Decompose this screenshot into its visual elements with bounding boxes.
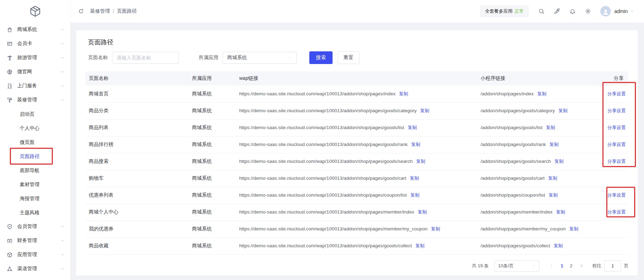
avatar[interactable] [600, 6, 611, 17]
pagination: 共 19 条 10条/页 12 前往 页 [85, 260, 628, 272]
app-select[interactable]: 商城系统 [223, 52, 297, 64]
share-settings-link[interactable]: 分享设置 [607, 192, 626, 198]
share-settings-link[interactable]: 分享设置 [607, 91, 626, 96]
miniapp-path: /addon/shop/pages/goods/rank [481, 142, 546, 147]
share-settings-link[interactable]: 分享设置 [607, 142, 626, 147]
bell-icon[interactable] [569, 8, 576, 14]
cell-page-name: 商品搜索 [85, 153, 188, 170]
sidebar: 商城系统会员卡旅游管理微官网上门服务装修管理启动页个人中心微页面页面路径底部导航… [0, 0, 70, 280]
page-number[interactable]: 2 [566, 263, 576, 268]
copy-link[interactable]: 复制 [555, 159, 564, 164]
cell-wap-link: https://demo-saas.site.niucloud.com/wap/… [236, 204, 477, 221]
copy-link[interactable]: 复制 [410, 192, 420, 198]
sidebar-subitem[interactable]: 海报管理 [0, 191, 70, 205]
miniapp-path: /addon/shop/pages/member/index [481, 209, 552, 215]
sidebar-item[interactable]: 会员卡 [0, 37, 70, 51]
wap-url: https://demo-saas.site.niucloud.com/wap/… [239, 159, 413, 164]
copy-link[interactable]: 复制 [548, 176, 557, 181]
reset-button[interactable]: 重置 [338, 51, 359, 64]
search-button[interactable]: 搜索 [309, 51, 333, 64]
chevron-down-icon [60, 267, 64, 271]
share-settings-link[interactable]: 分享设置 [607, 159, 626, 164]
sidebar-item[interactable]: 旅游管理 [0, 51, 70, 65]
sidebar-item[interactable]: 应用管理 [0, 248, 70, 262]
sidebar-subitem[interactable]: 启动页 [0, 107, 70, 121]
copy-link[interactable]: 复制 [408, 125, 417, 130]
table-row: 优惠券列表商城系统https://demo-saas.site.niucloud… [85, 187, 628, 204]
copy-link[interactable]: 复制 [431, 226, 440, 231]
page-unit-label: 页 [624, 263, 628, 269]
sidebar-item[interactable]: 上门服务 [0, 79, 70, 93]
copy-link[interactable]: 复制 [418, 209, 427, 215]
cell-wap-link: https://demo-saas.site.niucloud.com/wap/… [236, 187, 477, 204]
sidebar-subitem[interactable]: 个人中心 [0, 121, 70, 135]
cell-wap-link: https://demo-saas.site.niucloud.com/wap/… [236, 237, 477, 254]
sidebar-subitem[interactable]: 主题风格 [0, 205, 70, 219]
sidebar-item[interactable]: 渠道管理 [0, 262, 70, 276]
column-header: wap链接 [236, 71, 477, 85]
table-row: 商品分类商城系统https://demo-saas.site.niucloud.… [85, 102, 628, 119]
copy-link[interactable]: 复制 [420, 108, 429, 113]
share-settings-link[interactable]: 分享设置 [607, 108, 626, 113]
cell-app: 商城系统 [188, 85, 236, 102]
app-logo[interactable] [0, 0, 70, 23]
sidebar-subitem[interactable]: 素材管理 [0, 177, 70, 191]
search-icon[interactable] [538, 8, 545, 14]
sidebar-subitem[interactable]: 页面路径 [0, 149, 70, 163]
cell-mini-link: /addon/shop/pages/index复制 [477, 85, 600, 102]
copy-link[interactable]: 复制 [558, 108, 568, 113]
sidebar-subitem-label: 启动页 [20, 111, 35, 117]
copy-link[interactable]: 复制 [553, 243, 563, 248]
copy-link[interactable]: 复制 [399, 91, 408, 96]
wap-url: https://demo-saas.site.niucloud.com/wap/… [239, 243, 412, 248]
cell-app: 商城系统 [188, 102, 236, 119]
user-menu[interactable]: admin [614, 8, 628, 14]
wap-url: https://demo-saas.site.niucloud.com/wap/… [239, 91, 396, 96]
page-name-label: 页面名称 [88, 55, 108, 61]
next-page-button[interactable] [579, 263, 584, 268]
sidebar-item[interactable]: 会员管理 [0, 219, 70, 234]
prev-page-button[interactable] [549, 263, 554, 268]
copy-link[interactable]: 复制 [556, 209, 565, 215]
copy-link[interactable]: 复制 [411, 142, 420, 147]
topbar: 装修管理 / 页面路径 全套餐多应用 正常 admin [70, 0, 644, 23]
breadcrumb-item[interactable]: 装修管理 [90, 8, 110, 14]
copy-link[interactable]: 复制 [415, 243, 425, 248]
goto-page-input[interactable] [604, 260, 621, 272]
copy-link[interactable]: 复制 [549, 192, 558, 198]
sidebar-item[interactable]: 财务管理 [0, 234, 70, 248]
sidebar-item[interactable]: 商城系统 [0, 23, 70, 37]
chevron-down-icon[interactable] [630, 9, 634, 13]
copy-link[interactable]: 复制 [569, 226, 578, 231]
rocket-icon[interactable] [554, 8, 560, 14]
sidebar-nav: 商城系统会员卡旅游管理微官网上门服务装修管理启动页个人中心微页面页面路径底部导航… [0, 23, 70, 276]
cube-logo-icon [29, 5, 42, 18]
person-icon [602, 8, 609, 16]
gear-icon[interactable] [585, 8, 591, 14]
copy-link[interactable]: 复制 [537, 91, 546, 96]
sidebar-item[interactable]: 装修管理 [0, 93, 70, 107]
table-wrap: 页面名称所属应用wap链接小程序链接分享 商城首页商城系统https://dem… [85, 71, 628, 255]
copy-link[interactable]: 复制 [410, 176, 419, 181]
chevron-down-icon [60, 70, 64, 74]
mall-icon [7, 27, 13, 33]
page-name-input[interactable] [112, 52, 179, 64]
table-row: 购物车商城系统https://demo-saas.site.niucloud.c… [85, 170, 628, 187]
cell-page-name: 购物车 [85, 170, 188, 187]
refresh-icon[interactable] [78, 8, 84, 14]
copy-link[interactable]: 复制 [549, 142, 558, 147]
sidebar-subitem[interactable]: 底部导航 [0, 163, 70, 177]
cell-mini-link: /addon/shop/pages/goods/collect复制 [477, 237, 600, 254]
sidebar-subitem[interactable]: 微页面 [0, 135, 70, 149]
miniapp-path: /addon/shop/pages/member/my_coupon [481, 226, 566, 231]
page-size-select[interactable]: 10条/页 [494, 260, 539, 272]
page-number[interactable]: 1 [557, 263, 566, 268]
copy-link[interactable]: 复制 [546, 125, 555, 130]
plan-badge[interactable]: 全套餐多应用 正常 [481, 6, 528, 17]
copy-link[interactable]: 复制 [416, 159, 425, 164]
cell-mini-link: /addon/shop/pages/goods/category复制 [477, 102, 600, 119]
share-settings-link[interactable]: 分享设置 [607, 125, 626, 130]
share-settings-link[interactable]: 分享设置 [607, 209, 626, 215]
sidebar-item[interactable]: 微官网 [0, 65, 70, 79]
cell-app: 商城系统 [188, 170, 236, 187]
